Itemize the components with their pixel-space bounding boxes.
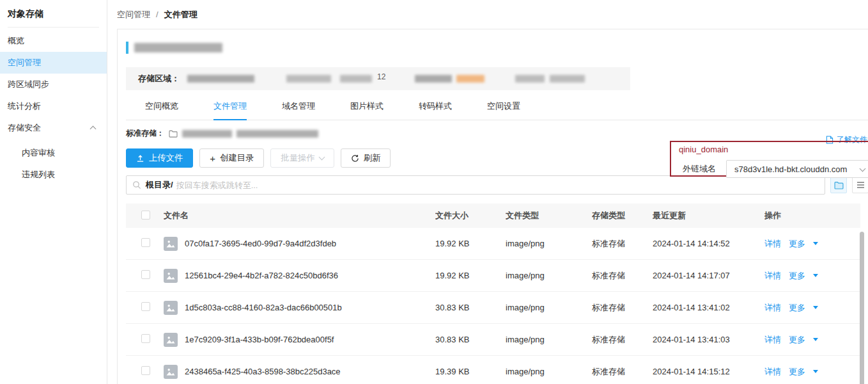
path-redacted — [182, 130, 232, 138]
search-box[interactable]: 根目录/ — [126, 175, 825, 195]
row-checkbox[interactable] — [141, 366, 150, 375]
sidebar-item-content-review[interactable]: 内容审核 — [0, 142, 107, 164]
breadcrumb-parent[interactable]: 空间管理 — [117, 9, 150, 20]
more-caret-icon[interactable] — [813, 274, 818, 277]
sidebar-title: 对象存储 — [0, 0, 107, 27]
more-caret-icon[interactable] — [813, 338, 818, 341]
detail-link[interactable]: 详情 — [764, 270, 781, 282]
sidebar-divider — [8, 27, 99, 28]
bucket-tabs: 空间概览 文件管理 域名管理 图片样式 转码样式 空间设置 — [126, 100, 868, 120]
col-file-type: 文件类型 — [506, 210, 592, 221]
tab-image-style[interactable]: 图片样式 — [350, 100, 384, 120]
tab-transcode-style[interactable]: 转码样式 — [419, 100, 452, 120]
file-type: image/png — [506, 303, 592, 312]
more-link[interactable]: 更多 — [789, 238, 805, 250]
help-link[interactable]: 了解文件管理 — [826, 134, 868, 145]
table-row: 1d5c803a-cc88-4160-82a3-dac66b00501b 30.… — [126, 292, 860, 324]
external-domain-row: 外链域名 s78d3v1le.hd-bkt.clouddn.com — [683, 160, 868, 178]
file-name[interactable]: 07c0fa17-3695-4ed0-99d7-9a4df2d3fdeb — [185, 239, 336, 248]
document-icon — [826, 136, 833, 144]
table-row: 2438465a-f425-40a3-8598-38bc225d3ace 19.… — [126, 356, 860, 384]
select-all-checkbox[interactable] — [141, 211, 150, 220]
file-table: 文件名 文件大小 文件类型 存储类型 最近更新 操作 07c0fa17-3695… — [126, 204, 860, 384]
chevron-down-icon — [860, 165, 866, 172]
tab-space-settings[interactable]: 空间设置 — [487, 100, 520, 120]
collapse-chevron-icon[interactable] — [90, 126, 97, 132]
updated-at: 2024-01-14 13:41:03 — [653, 335, 764, 344]
batch-operation-label: 批量操作 — [281, 152, 314, 164]
bucket-accent-bar — [126, 42, 128, 54]
refresh-label: 刷新 — [364, 152, 381, 164]
row-checkbox[interactable] — [141, 334, 150, 343]
file-name[interactable]: 1d5c803a-cc88-4160-82a3-dac66b00501b — [185, 303, 342, 312]
batch-operation-button[interactable]: 批量操作 — [270, 148, 334, 168]
more-caret-icon[interactable] — [813, 242, 818, 245]
region-label: 存储区域： — [138, 73, 180, 84]
tab-domain-management[interactable]: 域名管理 — [282, 100, 315, 120]
folder-icon — [169, 130, 178, 138]
sidebar-item-statistics[interactable]: 统计分析 — [0, 95, 107, 117]
storage-class: 标准存储 — [592, 238, 653, 250]
chevron-down-icon — [318, 154, 325, 160]
table-row: 07c0fa17-3695-4ed0-99d7-9a4df2d3fdeb 19.… — [126, 228, 860, 260]
storage-class-line: 标准存储： — [126, 128, 868, 139]
image-file-icon — [164, 333, 178, 347]
row-checkbox[interactable] — [141, 238, 150, 247]
search-input[interactable] — [176, 180, 819, 190]
upload-icon — [136, 154, 144, 163]
updated-at: 2024-01-14 14:14:52 — [653, 239, 764, 248]
search-path-prefix: 根目录/ — [146, 179, 173, 191]
detail-link[interactable]: 详情 — [764, 334, 781, 346]
file-name[interactable]: 12561bc4-29e4-4b2f-a782-824c50bd6f36 — [185, 271, 338, 280]
region-redacted — [340, 75, 372, 83]
list-view-icon — [857, 182, 864, 188]
file-type: image/png — [506, 335, 592, 344]
image-file-icon — [164, 365, 178, 379]
row-checkbox[interactable] — [141, 302, 150, 311]
sidebar-item-cross-region-sync[interactable]: 跨区域同步 — [0, 74, 107, 95]
bucket-name-row — [126, 29, 868, 54]
detail-link[interactable]: 详情 — [764, 238, 781, 250]
image-file-icon — [164, 269, 178, 283]
file-name[interactable]: 2438465a-f425-40a3-8598-38bc225d3ace — [185, 367, 341, 376]
more-link[interactable]: 更多 — [789, 334, 805, 346]
updated-at: 2024-01-14 13:41:02 — [653, 303, 764, 312]
storage-class: 标准存储 — [592, 302, 653, 314]
more-caret-icon[interactable] — [813, 306, 818, 309]
path-redacted — [236, 130, 318, 138]
detail-link[interactable]: 详情 — [764, 366, 781, 378]
storage-class: 标准存储 — [592, 334, 653, 346]
search-icon — [132, 180, 141, 189]
sidebar-item-space-management[interactable]: 空间管理 — [0, 52, 107, 74]
more-link[interactable]: 更多 — [789, 302, 805, 314]
refresh-button[interactable]: 刷新 — [341, 148, 391, 168]
upload-file-button[interactable]: 上传文件 — [126, 148, 193, 168]
more-link[interactable]: 更多 — [789, 270, 805, 282]
folder-view-toggle[interactable] — [830, 177, 847, 193]
detail-link[interactable]: 详情 — [764, 302, 781, 314]
upload-file-label: 上传文件 — [149, 152, 183, 164]
row-checkbox[interactable] — [141, 270, 150, 279]
external-domain-select[interactable]: s78d3v1le.hd-bkt.clouddn.com — [726, 160, 868, 178]
more-link[interactable]: 更多 — [789, 366, 805, 378]
storage-class: 标准存储 — [592, 366, 653, 378]
search-row: 根目录/ — [126, 175, 868, 195]
table-body: 07c0fa17-3695-4ed0-99d7-9a4df2d3fdeb 19.… — [126, 228, 860, 384]
create-directory-button[interactable]: + 创建目录 — [199, 148, 264, 168]
bucket-name-redacted — [134, 43, 222, 52]
col-updated: 最近更新 — [653, 210, 764, 221]
file-name[interactable]: 1e7c9209-3f1a-433b-b09f-762bdea00f5f — [185, 335, 334, 344]
tab-space-overview[interactable]: 空间概览 — [145, 100, 178, 120]
create-directory-label: 创建目录 — [220, 152, 254, 164]
image-file-icon — [164, 301, 178, 315]
sidebar-item-overview[interactable]: 概览 — [0, 30, 107, 52]
more-caret-icon[interactable] — [813, 370, 818, 373]
tab-file-management[interactable]: 文件管理 — [213, 100, 247, 120]
file-size: 30.83 KB — [435, 303, 506, 312]
list-view-toggle[interactable] — [852, 177, 868, 193]
file-type: image/png — [506, 271, 592, 280]
table-scrollbar[interactable] — [860, 232, 864, 384]
sidebar-item-storage-security[interactable]: 存储安全 — [0, 117, 107, 139]
storage-class: 标准存储 — [592, 270, 653, 282]
sidebar-item-violation-list[interactable]: 违规列表 — [0, 164, 107, 186]
